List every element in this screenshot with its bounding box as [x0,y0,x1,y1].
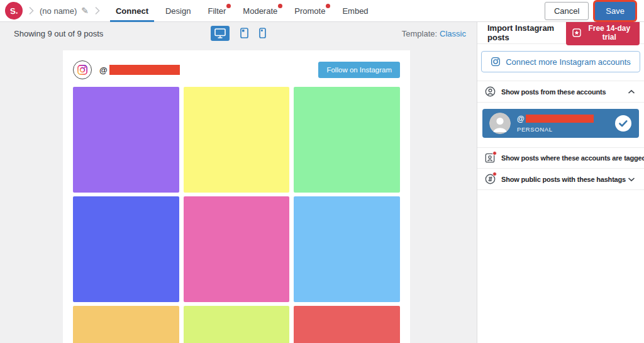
account-selected-check-icon[interactable] [615,115,631,132]
template-value-link[interactable]: Classic [440,28,466,38]
breadcrumb-chevron-icon [28,6,34,15]
import-posts-title: Import Instagram posts [487,23,566,42]
tagged-section-label: Show posts where these accounts are tagg… [501,154,644,162]
connect-accounts-wrap: Connect more Instagram accounts [477,44,644,81]
preview-canvas: @ Follow on Instagram [0,44,477,343]
cancel-button[interactable]: Cancel [545,2,589,20]
person-circle-icon [484,86,496,97]
connected-account-row[interactable]: @ PERSONAL [482,109,639,138]
feed-name: (no name) [40,6,77,16]
template-label: Template: [402,28,437,38]
username-prefix: @ [99,65,108,75]
preview-column: Showing 9 out of 9 posts [0,22,477,343]
device-toggle-tablet[interactable] [240,28,248,38]
notification-dot [278,4,282,8]
post-tile [294,87,400,193]
feed-username: @ [99,65,180,75]
post-tile [184,196,290,302]
settings-sidebar: Import Instagram posts Free 14-day trial [477,22,644,343]
notification-dot [492,151,497,155]
tab-moderate[interactable]: Moderate [243,0,277,22]
feed-preview-card: @ Follow on Instagram [63,50,410,343]
account-type-label: PERSONAL [517,126,594,133]
builder-tabs: Connect Design Filter Moderate Promote E… [116,0,369,22]
template-selector: Template:Classic [402,28,466,38]
tagged-accounts-icon [484,153,496,163]
feed-header: @ Follow on Instagram [73,60,400,79]
chevron-down-icon [628,177,635,182]
tab-design[interactable]: Design [165,0,191,22]
username-prefix: @ [517,115,525,123]
account-username: @ [517,115,594,123]
redacted-username [526,115,594,123]
tab-filter-label: Filter [208,6,226,16]
save-button[interactable]: Save [595,2,635,20]
instagram-icon [73,60,92,79]
smash-balloon-logo[interactable]: S. [4,1,24,21]
tablet-icon [240,28,248,38]
hashtag-icon [484,174,496,184]
device-toggle-group [211,26,266,41]
redacted-username [109,65,180,75]
tab-filter[interactable]: Filter [208,0,226,22]
follow-on-instagram-button[interactable]: Follow on Instagram [318,62,400,78]
tab-embed[interactable]: Embed [342,0,368,22]
hashtags-section-label: Show public posts with these hashtags [501,176,628,183]
edit-pencil-icon[interactable]: ✎ [81,6,89,16]
post-tile [184,87,290,193]
breadcrumb-chevron-icon [94,6,100,15]
notification-dot [226,4,231,8]
device-toggle-mobile[interactable] [259,28,266,38]
feed-builder-page: S. (no name) ✎ Connect Design Filter Mod… [0,0,644,343]
section-accounts-header[interactable]: Show posts from these accounts [477,81,644,103]
connect-more-accounts-label: Connect more Instagram accounts [506,57,631,67]
connect-more-accounts-button[interactable]: Connect more Instagram accounts [481,51,640,72]
section-tagged-header[interactable]: Show posts where these accounts are tagg… [477,147,644,169]
free-trial-button[interactable]: Free 14-day trial [566,20,640,45]
star-badge-icon [572,28,581,37]
posts-grid [73,87,400,343]
avatar [489,113,511,134]
notification-dot [326,4,330,8]
section-hashtags-header[interactable]: Show public posts with these hashtags [477,169,644,190]
post-tile [73,87,179,193]
chevron-up-icon [628,89,635,94]
post-tile [73,306,179,343]
device-toggle-desktop[interactable] [211,26,230,41]
import-posts-row: Import Instagram posts Free 14-day trial [477,22,644,44]
tab-promote-label: Promote [294,6,325,16]
tab-connect[interactable]: Connect [116,0,148,22]
post-tile [73,196,179,302]
post-tile [184,306,290,343]
notification-dot [492,172,497,176]
top-header: S. (no name) ✎ Connect Design Filter Mod… [0,0,644,22]
posts-count-text: Showing 9 out of 9 posts [14,28,103,38]
tab-moderate-label: Moderate [243,6,277,16]
mobile-icon [259,28,266,38]
builder-body: Showing 9 out of 9 posts [0,22,644,343]
desktop-icon [214,28,226,38]
tab-promote[interactable]: Promote [294,0,325,22]
free-trial-label: Free 14-day trial [586,24,633,42]
instagram-icon [491,57,501,67]
preview-toolbar: Showing 9 out of 9 posts [0,22,477,44]
account-info: @ PERSONAL [517,115,594,133]
post-tile [294,196,400,302]
accounts-section-label: Show posts from these accounts [501,88,628,96]
post-tile [294,306,400,343]
header-actions: Cancel Save [545,2,638,20]
